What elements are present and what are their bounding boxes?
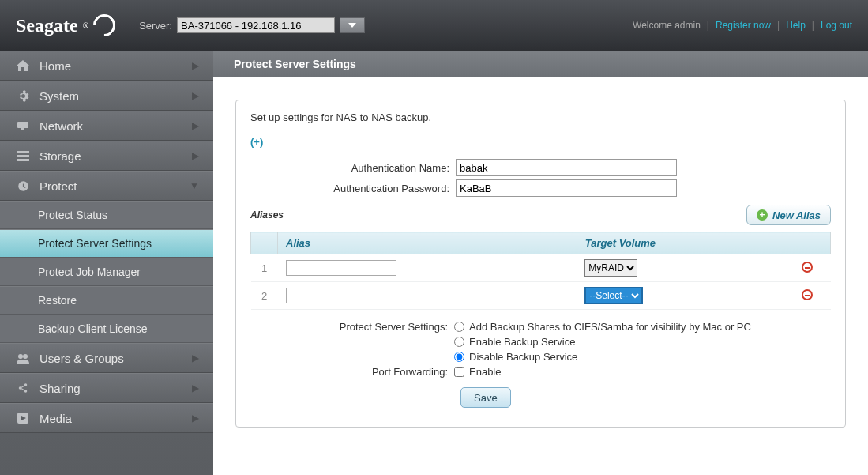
radio-disable[interactable]	[454, 352, 464, 362]
help-link[interactable]: Help	[786, 20, 806, 31]
sidebar-label: Network	[39, 119, 192, 133]
table-row: 2 --Select--	[251, 282, 831, 310]
delete-alias-icon[interactable]	[802, 262, 813, 273]
page-title-bar: Protect Server Settings	[213, 51, 868, 77]
aliases-header: Aliases + New Alias	[250, 205, 831, 225]
row-number: 1	[251, 254, 278, 282]
port-forwarding-row: Port Forwarding: Enable	[250, 366, 831, 378]
checkbox-portfwd[interactable]	[454, 367, 464, 377]
protect-settings-label: Protect Server Settings:	[250, 321, 454, 333]
sidebar-sub-restore[interactable]: Restore	[0, 286, 213, 315]
sub-label: Protect Job Manager	[38, 266, 141, 278]
check-label: Enable	[469, 366, 501, 378]
col-actions	[783, 232, 831, 254]
sidebar-label: Sharing	[39, 382, 192, 395]
sidebar-sub-protect-server-settings[interactable]: Protect Server Settings	[0, 229, 213, 258]
opt-label: Add Backup Shares to CIFS/Samba for visi…	[469, 321, 751, 333]
content-area: Set up settings for NAS to NAS backup. (…	[213, 77, 868, 450]
storage-icon	[14, 151, 32, 161]
sub-label: Backup Client License	[38, 322, 148, 335]
main-layout: Home ▶ System ▶ Network ▶ Storage ▶	[0, 51, 868, 475]
top-right-links: Welcome admin | Register now | Help | Lo…	[633, 20, 852, 31]
brand-text: Seagate	[16, 15, 78, 36]
sidebar-label: Home	[39, 59, 192, 73]
chevron-down-icon: ▼	[190, 180, 199, 191]
sidebar-item-media[interactable]: Media ▶	[0, 403, 213, 433]
sidebar-item-users-groups[interactable]: Users & Groups ▶	[0, 343, 213, 373]
chevron-right-icon: ▶	[192, 413, 199, 424]
sidebar-sub-protect-status[interactable]: Protect Status	[0, 201, 213, 229]
target-volume-select[interactable]: MyRAID	[584, 259, 637, 277]
sidebar-label: Users & Groups	[39, 352, 192, 365]
row-number: 2	[251, 282, 278, 310]
server-label: Server:	[139, 20, 172, 32]
plus-icon: +	[757, 209, 768, 221]
sidebar-item-network[interactable]: Network ▶	[0, 111, 213, 141]
svg-point-5	[18, 354, 23, 359]
sidebar-item-home[interactable]: Home ▶	[0, 51, 213, 81]
alias-input[interactable]	[286, 260, 396, 276]
svg-rect-0	[17, 122, 28, 128]
chevron-right-icon: ▶	[192, 90, 199, 101]
sidebar: Home ▶ System ▶ Network ▶ Storage ▶	[0, 51, 213, 475]
delete-alias-icon[interactable]	[802, 289, 813, 300]
target-volume-select[interactable]: --Select--	[584, 287, 643, 304]
top-bar: Seagate® Server: Welcome admin | Registe…	[0, 0, 868, 51]
chevron-right-icon: ▶	[192, 60, 199, 71]
col-target: Target Volume	[577, 232, 783, 254]
sidebar-label: Media	[39, 412, 192, 425]
auth-name-label: Authentication Name:	[250, 162, 456, 174]
registered-mark: ®	[83, 21, 88, 30]
save-button[interactable]: Save	[460, 387, 511, 408]
sidebar-submenu-protect: Protect Status Protect Server Settings P…	[0, 201, 213, 343]
new-alias-label: New Alias	[772, 209, 821, 221]
sub-label: Protect Status	[38, 209, 107, 221]
col-num	[251, 232, 278, 254]
radio-add-shares[interactable]	[454, 322, 464, 332]
register-link[interactable]: Register now	[716, 20, 771, 31]
main-content: Protect Server Settings Set up settings …	[213, 51, 868, 475]
sidebar-sub-backup-client-license[interactable]: Backup Client License	[0, 315, 213, 343]
new-alias-button[interactable]: + New Alias	[746, 205, 831, 225]
chevron-right-icon: ▶	[192, 120, 199, 131]
svg-rect-4	[17, 159, 29, 161]
chevron-right-icon: ▶	[192, 150, 199, 161]
brand-swirl-icon	[88, 9, 120, 41]
sub-label: Protect Server Settings	[38, 237, 152, 250]
sidebar-item-system[interactable]: System ▶	[0, 81, 213, 111]
port-forwarding-label: Port Forwarding:	[250, 366, 454, 378]
sidebar-sub-protect-job-manager[interactable]: Protect Job Manager	[0, 258, 213, 286]
expand-toggle[interactable]: (+)	[250, 136, 263, 148]
protect-settings-row: Protect Server Settings: Add Backup Shar…	[250, 321, 831, 363]
radio-enable[interactable]	[454, 337, 464, 347]
logout-link[interactable]: Log out	[821, 20, 852, 31]
auth-name-input[interactable]	[456, 159, 677, 176]
chevron-right-icon: ▶	[192, 383, 199, 394]
welcome-text: Welcome admin	[633, 20, 701, 31]
sub-label: Restore	[38, 294, 77, 307]
portfwd-enable[interactable]: Enable	[454, 366, 501, 378]
opt-add-shares[interactable]: Add Backup Shares to CIFS/Samba for visi…	[454, 321, 751, 333]
media-icon	[14, 413, 32, 424]
gear-icon	[14, 90, 32, 102]
server-value-input[interactable]	[177, 17, 335, 33]
svg-rect-1	[21, 128, 24, 130]
sidebar-label: Protect	[39, 179, 190, 193]
radio-group: Add Backup Shares to CIFS/Samba for visi…	[454, 321, 751, 363]
opt-disable-service[interactable]: Disable Backup Service	[454, 351, 751, 363]
opt-label: Disable Backup Service	[469, 351, 577, 363]
auth-pass-input[interactable]	[456, 179, 677, 197]
protect-icon	[14, 180, 32, 192]
server-dropdown-button[interactable]	[340, 17, 365, 33]
opt-enable-service[interactable]: Enable Backup Service	[454, 336, 751, 348]
panel-description: Set up settings for NAS to NAS backup.	[250, 111, 831, 123]
sidebar-label: Storage	[39, 149, 192, 163]
sidebar-item-sharing[interactable]: Sharing ▶	[0, 373, 213, 403]
sidebar-item-protect[interactable]: Protect ▼	[0, 171, 213, 201]
auth-name-row: Authentication Name:	[250, 159, 831, 176]
sidebar-item-storage[interactable]: Storage ▶	[0, 141, 213, 171]
svg-point-6	[23, 354, 28, 359]
aliases-title: Aliases	[250, 209, 284, 221]
svg-rect-3	[17, 155, 29, 157]
alias-input[interactable]	[286, 288, 396, 303]
